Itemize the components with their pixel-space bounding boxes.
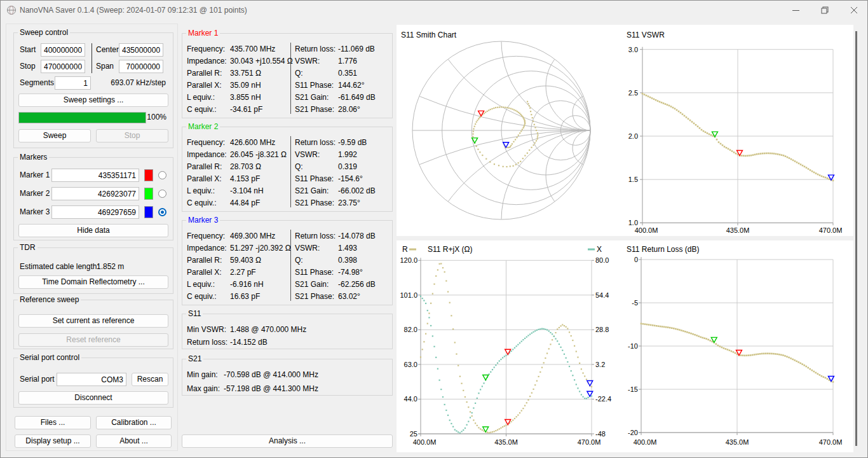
- field-value: 16.63 pF: [230, 291, 260, 302]
- rescan-button[interactable]: Rescan: [132, 373, 168, 386]
- field-label: S21 Phase:: [295, 104, 334, 114]
- marker-2-label: Marker 2: [20, 187, 50, 200]
- marker-3-label: Marker 3: [20, 205, 50, 219]
- svg-text:0: 0: [634, 256, 638, 263]
- svg-text:80.0: 80.0: [595, 256, 609, 264]
- sweep-center-input[interactable]: [119, 43, 163, 57]
- field-label: S21 Gain:: [295, 279, 329, 289]
- marker-detail-title: Marker 2: [186, 122, 220, 131]
- field-value: 0.351: [338, 68, 357, 78]
- marker-1-radio[interactable]: [158, 171, 166, 179]
- field-label: L equiv.:: [187, 92, 215, 102]
- svg-text:470.0M: 470.0M: [819, 438, 843, 446]
- svg-text:435.0M: 435.0M: [726, 438, 749, 446]
- display-setup-button[interactable]: Display setup ...: [15, 434, 91, 448]
- max-gain-value: -57.198 dB @ 441.300 MHz: [224, 384, 318, 394]
- marker-2-freq-input[interactable]: [51, 187, 139, 200]
- field-label: S21 Phase:: [295, 291, 334, 302]
- field-label: C equiv.:: [187, 291, 216, 302]
- field-value: -154.6°: [338, 174, 363, 184]
- svg-text:470.0M: 470.0M: [819, 226, 843, 234]
- field-value: 35.09 nH: [230, 80, 261, 90]
- tdr-button[interactable]: Time Domain Reflectometry ...: [18, 275, 168, 289]
- disconnect-button[interactable]: Disconnect: [18, 391, 168, 405]
- field-value: -62.256 dB: [338, 279, 376, 289]
- field-label: Q:: [295, 255, 303, 265]
- svg-text:-22.4: -22.4: [595, 395, 611, 403]
- sweep-button[interactable]: Sweep: [18, 129, 91, 142]
- stop-button[interactable]: Stop: [96, 129, 168, 142]
- svg-text:3.0: 3.0: [628, 46, 638, 53]
- calibration-button[interactable]: Calibration ...: [96, 416, 172, 429]
- field-value: 2.27 pF: [230, 267, 256, 277]
- cable-length-value: 1.852 m: [97, 260, 124, 274]
- field-value: 4.153 pF: [230, 174, 260, 184]
- minimize-icon[interactable]: [782, 1, 810, 20]
- field-label: L equiv.:: [187, 279, 215, 289]
- marker-3-radio[interactable]: [158, 208, 166, 216]
- svg-text:S11 Smith Chart: S11 Smith Chart: [401, 31, 457, 39]
- svg-text:S11 Return Loss (dB): S11 Return Loss (dB): [627, 245, 700, 254]
- charts-canvas[interactable]: S11 Smith ChartS11 VSWR3.02.52.01.51.040…: [397, 25, 853, 452]
- sweep-span-input[interactable]: [119, 60, 163, 73]
- start-label: Start: [20, 43, 36, 57]
- field-label: Impedance:: [187, 149, 227, 160]
- serial-port-input[interactable]: [57, 373, 126, 386]
- stop-label: Stop: [20, 60, 36, 73]
- svg-text:2.0: 2.0: [628, 132, 638, 140]
- field-label: L equiv.:: [187, 186, 215, 196]
- app-window: NanoVNA Saver 0.1.4 (Sweep: 2024-01-07 0…: [0, 0, 868, 458]
- field-value: 0.319: [338, 162, 357, 172]
- field-label: Parallel X:: [187, 80, 222, 90]
- s11-summary-group: S11 Min VSWR: 1.488 @ 470.000 MHz Return…: [182, 314, 393, 349]
- sweep-stop-input[interactable]: [41, 60, 85, 73]
- marker-3-color-swatch[interactable]: [144, 206, 153, 218]
- hide-data-button[interactable]: Hide data: [18, 224, 168, 237]
- reset-reference-button[interactable]: Reset reference: [18, 333, 168, 347]
- charts-scrollbar[interactable]: [853, 25, 860, 452]
- field-label: VSWR:: [295, 243, 320, 253]
- sweep-divider: [92, 43, 92, 73]
- svg-text:63.0: 63.0: [404, 361, 417, 368]
- field-label: VSWR:: [295, 149, 320, 160]
- marker-1-label: Marker 1: [20, 169, 50, 182]
- files-button[interactable]: Files ...: [15, 416, 91, 429]
- marker-3-freq-input[interactable]: [51, 205, 139, 219]
- svg-text:-15: -15: [628, 385, 638, 393]
- reference-sweep-title: Reference sweep: [18, 295, 81, 304]
- segments-input[interactable]: [55, 76, 91, 90]
- field-label: S21 Gain:: [295, 186, 329, 196]
- svg-text:400.0M: 400.0M: [635, 226, 658, 234]
- marker-detail-title: Marker 3: [186, 216, 220, 225]
- field-label: Impedance:: [187, 243, 227, 253]
- svg-text:3.2: 3.2: [595, 361, 605, 368]
- field-value: 33.751 Ω: [230, 68, 261, 78]
- sweep-settings-button[interactable]: Sweep settings ...: [18, 94, 168, 107]
- marker-1-color-swatch[interactable]: [144, 169, 153, 181]
- marker-2-color-swatch[interactable]: [144, 188, 153, 200]
- restore-icon[interactable]: [810, 1, 839, 20]
- marker-2-radio[interactable]: [158, 190, 166, 198]
- field-value: 144.62°: [338, 80, 365, 90]
- field-value: -11.069 dB: [338, 44, 375, 54]
- chart-gap: [397, 236, 853, 240]
- marker-1-detail-box: Marker 1Frequency:435.700 MHzImpedance:3…: [182, 33, 393, 118]
- sweep-start-input[interactable]: [41, 43, 85, 57]
- field-label: C equiv.:: [187, 198, 216, 208]
- field-label: Return loss:: [295, 44, 336, 54]
- svg-text:S11 R+jX (Ω): S11 R+jX (Ω): [428, 245, 472, 254]
- about-button[interactable]: About ...: [96, 434, 172, 448]
- charts-area[interactable]: S11 Smith ChartS11 VSWR3.02.52.01.51.040…: [397, 25, 853, 452]
- svg-text:400.0M: 400.0M: [634, 438, 657, 446]
- segments-label: Segments: [20, 76, 54, 90]
- marker-2-detail-box: Marker 2Frequency:426.600 MHzImpedance:2…: [182, 127, 393, 212]
- s21-summary-title: S21: [186, 354, 203, 363]
- field-value: -74.98°: [338, 267, 363, 277]
- set-reference-button[interactable]: Set current as reference: [18, 314, 168, 328]
- analysis-button[interactable]: Analysis ...: [182, 434, 393, 448]
- field-value: -34.61 pF: [230, 104, 262, 114]
- field-label: C equiv.:: [187, 104, 216, 114]
- marker-1-freq-input[interactable]: [51, 169, 139, 182]
- charts-scrollbar-thumb[interactable]: [855, 31, 857, 446]
- close-icon[interactable]: [839, 1, 868, 20]
